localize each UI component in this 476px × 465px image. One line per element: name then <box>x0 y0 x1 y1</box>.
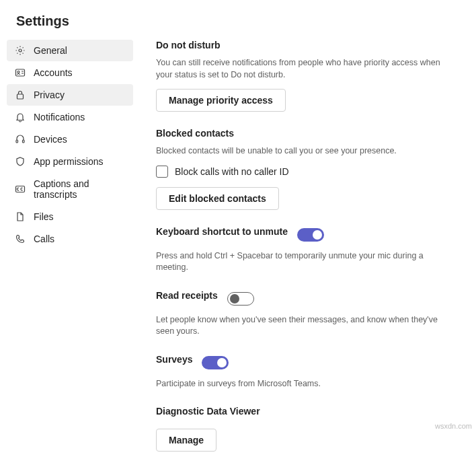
sidebar-item-label: Devices <box>34 134 67 145</box>
svg-point-0 <box>19 49 22 52</box>
svg-rect-4 <box>16 140 18 143</box>
sidebar-item-label: Calls <box>34 234 54 244</box>
phone-icon <box>15 234 26 244</box>
file-icon <box>15 211 26 222</box>
svg-rect-5 <box>23 140 25 143</box>
sidebar-item-label: App permissions <box>34 156 104 167</box>
section-title-blocked: Blocked contacts <box>156 128 234 139</box>
gear-icon <box>15 45 26 56</box>
section-diag: Diagnostic Data Viewer Manage <box>156 406 456 452</box>
manage-priority-access-button[interactable]: Manage priority access <box>156 89 286 112</box>
section-title-diag: Diagnostic Data Viewer <box>156 406 260 417</box>
section-desc-blocked: Blocked contacts will be unable to call … <box>156 145 456 157</box>
section-desc-read-receipts: Let people know when you've seen their m… <box>156 314 456 338</box>
sidebar-item-accounts[interactable]: Accounts <box>7 62 133 83</box>
diagnostic-manage-button[interactable]: Manage <box>156 429 216 452</box>
section-title-read-receipts: Read receipts <box>156 290 218 301</box>
main-panel: Do not disturb You can still receive not… <box>140 40 476 465</box>
section-desc-unmute: Press and hold Ctrl + Spacebar to tempor… <box>156 250 456 274</box>
block-no-caller-id-label: Block calls with no caller ID <box>175 166 289 177</box>
sidebar-item-files[interactable]: Files <box>7 206 133 227</box>
section-read-receipts: Read receipts Let people know when you'v… <box>156 290 456 338</box>
cc-icon <box>15 184 26 194</box>
shield-icon <box>15 156 26 167</box>
watermark: wsxdn.com <box>435 422 472 430</box>
unmute-toggle[interactable] <box>297 228 324 242</box>
block-no-caller-id-checkbox[interactable] <box>156 166 168 178</box>
section-title-unmute: Keyboard shortcut to unmute <box>156 226 288 237</box>
svg-rect-3 <box>17 94 24 99</box>
edit-blocked-contacts-button[interactable]: Edit blocked contacts <box>156 187 279 210</box>
sidebar-item-app-permissions[interactable]: App permissions <box>7 151 133 172</box>
section-unmute: Keyboard shortcut to unmute Press and ho… <box>156 226 456 274</box>
headset-icon <box>15 134 26 145</box>
section-dnd: Do not disturb You can still receive not… <box>156 40 456 112</box>
section-surveys: Surveys Participate in surveys from Micr… <box>156 354 456 390</box>
svg-point-2 <box>17 71 19 73</box>
section-desc-surveys: Participate in surveys from Microsoft Te… <box>156 378 456 390</box>
section-title-dnd: Do not disturb <box>156 40 221 50</box>
sidebar-item-devices[interactable]: Devices <box>7 129 133 150</box>
id-card-icon <box>15 67 26 78</box>
sidebar-item-general[interactable]: General <box>7 40 133 61</box>
sidebar-item-label: Privacy <box>34 90 65 100</box>
lock-icon <box>15 90 26 100</box>
sidebar-item-label: Accounts <box>34 67 73 78</box>
section-blocked: Blocked contacts Blocked contacts will b… <box>156 128 456 210</box>
sidebar-item-notifications[interactable]: Notifications <box>7 106 133 128</box>
sidebar-item-label: General <box>34 45 67 56</box>
sidebar-item-label: Files <box>34 211 54 222</box>
surveys-toggle[interactable] <box>202 356 229 369</box>
svg-rect-1 <box>16 69 25 76</box>
sidebar-item-privacy[interactable]: Privacy <box>7 84 133 106</box>
sidebar-item-calls[interactable]: Calls <box>7 228 133 250</box>
bell-icon <box>15 112 26 122</box>
sidebar-item-captions[interactable]: Captions and transcripts <box>7 173 133 205</box>
sidebar-item-label: Notifications <box>34 112 85 122</box>
sidebar-item-label: Captions and transcripts <box>34 178 125 200</box>
section-desc-dnd: You can still receive notifications from… <box>156 57 456 81</box>
section-title-surveys: Surveys <box>156 354 192 365</box>
page-title: Settings <box>0 0 476 40</box>
read-receipts-toggle[interactable] <box>227 292 254 306</box>
sidebar: General Accounts Privacy Notifications D <box>0 40 140 465</box>
